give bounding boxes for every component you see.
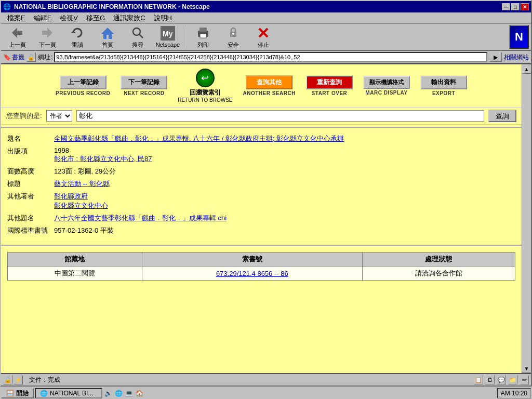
svg-marker-2 [71,31,75,33]
return-circle-icon: ↩ [196,69,215,87]
search-bar: 您查詢的是: 作者 查詢 [1,108,522,125]
pub-year: 1998 [54,147,69,154]
forward-button[interactable]: 下一頁 [33,25,61,49]
toolbar-separator [185,26,186,47]
scroll-down-button[interactable]: ▼ [522,364,531,373]
prev-record-button[interactable]: 上一筆記錄 PREVIOUS RECORD [56,75,110,96]
other-title-link[interactable]: 八十六年全國文藝季彰化縣「戲曲．彰化．」成果專輯 chi [54,214,227,222]
search-label: 您查詢的是: [6,111,42,121]
maximize-button[interactable]: □ [511,3,520,10]
other-title-row: 其他題名 八十六年全國文藝季彰化縣「戲曲．彰化．」成果專輯 chi [7,214,515,223]
scrollable-content[interactable]: 上一筆記錄 PREVIOUS RECORD 下一筆記錄 NEXT RECORD … [1,64,522,373]
other-author-link2[interactable]: 彰化縣立文化中心 [54,202,108,209]
subject-link[interactable]: 藝文活動 -- 彰化縣 [54,180,110,188]
next-record-button[interactable]: 下一筆記錄 NEXT RECORD [121,75,167,96]
back-label: 上一頁 [9,41,26,49]
taskbar-item-browser[interactable]: 🌐 NATIONAL BI... [35,388,102,398]
divider-1 [1,127,522,128]
search-icon [130,25,145,40]
subject-row: 標題 藝文活動 -- 彰化縣 [7,179,515,189]
stop-icon [256,25,271,40]
home-label: 首頁 [102,41,113,49]
security-button[interactable]: 安全 [219,25,247,49]
return-browse-button[interactable]: ↩ 回瀏覽索引 RETURN TO BROWSE [178,69,232,103]
marc-display-top[interactable]: 顯示機讀格式 [363,76,410,89]
other-author-value: 彰化縣政府 彰化縣立文化中心 [54,192,515,210]
menu-go[interactable]: 移至G [82,12,109,24]
netscape-logo: N [509,25,529,49]
title-bar-controls: — □ ✕ [502,3,529,10]
scroll-up-button[interactable]: ▲ [522,64,531,74]
another-search-button[interactable]: 查詢其他 ANOTHER SEARCH [243,75,296,96]
cell-status: 請洽詢各合作館 [362,267,515,281]
menu-bar: 檔案E 編輯E 檢視V 移至G 通訊家族C 說明H [1,12,531,24]
address-bar: 🔖 書籤 🔓 網址: ▶ 相關網站 [1,51,531,64]
address-label: 網址: [38,53,52,62]
start-over-top[interactable]: 重新查詢 [306,75,353,89]
stop-button[interactable]: 停止 [249,25,277,49]
home-button[interactable]: 首頁 [94,25,122,49]
status-btn-5[interactable]: ✏ [520,375,529,384]
status-btn-2[interactable]: 🗒 [485,375,495,384]
title-value: 全國文藝季彰化縣「戲曲．彰化．」成果專輯. 八十六年 / 彰化縣政府主辦; 彰化… [54,134,515,143]
security-icon [226,25,241,40]
other-author-label: 其他著者 [7,192,54,201]
other-author-link1[interactable]: 彰化縣政府 [54,192,88,200]
title-row: 題名 全國文藝季彰化縣「戲曲．彰化．」成果專輯. 八十六年 / 彰化縣政府主辦;… [7,134,515,143]
minimize-button[interactable]: — [502,3,510,10]
tray-icon-1: 🔊 [103,389,113,398]
reload-button[interactable]: 重讀 [63,25,91,49]
table-row: 中圖第二閱覽 673.29/121.4 8656 -- 86 請洽詢各合作館 [8,267,515,281]
pub-label: 出版項 [7,147,54,156]
status-btn-4[interactable]: 📁 [508,375,517,384]
export-button[interactable]: 輸出資料 EXPORT [420,75,467,96]
status-icons: 🔓 ⚡ [3,375,23,384]
menu-file[interactable]: 檔案E [3,12,30,24]
bookmark-label[interactable]: 書籤 [12,53,24,62]
reload-icon [70,25,85,40]
print-button[interactable]: 列印 [189,25,217,49]
menu-comm[interactable]: 通訊家族C [109,12,149,24]
start-over-sub: START OVER [312,90,348,96]
go-button[interactable]: ▶ [489,52,502,62]
return-browse-sub: RETURN TO BROWSE [178,97,232,103]
related-label[interactable]: 相關網站 [504,53,529,62]
title-bar-left: 🌐 NATIONAL BIBLIOGRAPHIC INFORMATION NET… [3,3,210,10]
status-btn-3[interactable]: 💬 [497,375,506,384]
export-sub: EXPORT [432,90,455,96]
export-top[interactable]: 輸出資料 [420,75,467,89]
netscape-label: Netscape [156,42,180,48]
search-label: 搜尋 [132,41,143,49]
toolbar: 上一頁 下一頁 重讀 首頁 搜尋 My [1,24,531,51]
status-btn-1[interactable]: 📋 [474,375,483,384]
search-button[interactable]: 搜尋 [124,25,152,49]
window-title: NATIONAL BIBLIOGRAPHIC INFORMATION NETWO… [14,3,210,10]
search-button[interactable]: 查詢 [488,110,516,122]
address-input[interactable] [54,52,487,62]
another-search-top[interactable]: 查詢其他 [246,75,292,89]
pub-link[interactable]: 彰化市 : 彰化縣立文化中心, 民87 [54,155,152,163]
isbn-value: 957-02-1362-0 平裝 [54,226,515,235]
record-detail: 題名 全國文藝季彰化縣「戲曲．彰化．」成果專輯. 八十六年 / 彰化縣政府主辦;… [1,130,522,243]
close-button[interactable]: ✕ [521,3,529,10]
col-header-callnum: 索書號 [142,252,362,267]
start-button[interactable]: 🪟 開始 [1,388,34,398]
menu-edit[interactable]: 編輯E [30,12,56,24]
svg-line-5 [139,34,143,38]
svg-rect-10 [200,34,206,38]
title-link[interactable]: 全國文藝季彰化縣「戲曲．彰化．」成果專輯. 八十六年 / 彰化縣政府主辦; 彰化… [54,135,344,142]
cell-callnum[interactable]: 673.29/121.4 8656 -- 86 [142,267,362,281]
call-number-link[interactable]: 673.29/121.4 8656 -- 86 [216,270,288,277]
prev-record-top[interactable]: 上一筆記錄 [60,75,107,89]
next-record-top[interactable]: 下一筆記錄 [121,75,167,89]
marc-display-button[interactable]: 顯示機讀格式 MARC DISPLAY [363,76,410,96]
print-label: 列印 [197,41,209,49]
search-type-select[interactable]: 作者 [46,110,72,122]
back-button[interactable]: 上一頁 [3,25,31,49]
menu-view[interactable]: 檢視V [56,12,82,24]
netscape-button[interactable]: My Netscape [154,25,182,49]
start-over-button[interactable]: 重新查詢 START OVER [306,75,353,96]
status-bar: 🔓 ⚡ 文件：完成 📋 🗒 💬 📁 ✏ [1,373,531,385]
search-input[interactable] [76,110,484,122]
menu-help[interactable]: 說明H [150,12,176,24]
